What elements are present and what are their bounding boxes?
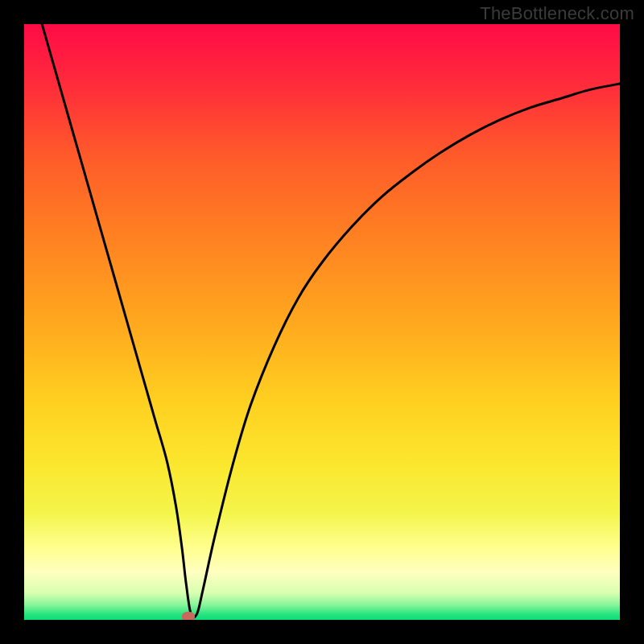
bottleneck-curve [42, 24, 620, 617]
plot-area [24, 24, 620, 620]
valley-marker [182, 612, 195, 620]
chart-frame: TheBottleneck.com [0, 0, 644, 644]
watermark-text: TheBottleneck.com [480, 3, 634, 24]
curve-svg [24, 24, 620, 620]
